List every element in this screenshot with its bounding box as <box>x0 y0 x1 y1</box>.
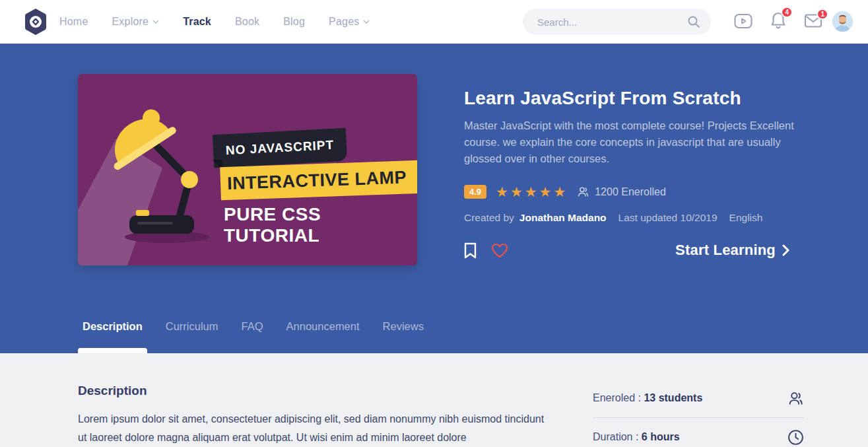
nav-label: Blog <box>283 16 305 28</box>
rating-row: 4.9 ★★★★★ 1200 Enerolled <box>464 185 666 199</box>
last-updated: Last updated 10/2019 <box>618 212 718 224</box>
chevron-down-icon <box>363 20 370 24</box>
main-nav: Home Explore Track Book Blog Pages <box>59 0 370 44</box>
duration-value: 6 hours <box>642 431 680 442</box>
tab-faq[interactable]: FAQ <box>237 319 268 353</box>
nav-label: Book <box>235 16 259 28</box>
start-learning-label: Start Learning <box>675 242 776 259</box>
nav-label: Home <box>59 16 88 28</box>
nav-item-explore[interactable]: Explore <box>112 16 159 28</box>
section-heading: Description <box>78 384 147 398</box>
search-input[interactable] <box>523 17 687 28</box>
tab-label: Curriculum <box>166 319 218 333</box>
tab-reviews[interactable]: Reviews <box>378 319 428 353</box>
author-link[interactable]: Jonathan Madano <box>519 212 607 224</box>
nav-item-book[interactable]: Book <box>235 16 259 28</box>
tab-label: Reviews <box>383 319 424 333</box>
search-icon[interactable] <box>687 15 700 28</box>
course-title: Learn JavaScript From Scratch <box>464 88 741 109</box>
course-info-panel: Eneroled : 13 students Duration : 6 hour… <box>593 385 804 447</box>
thumbnail-banner-bottom: PURE CSS TUTORIAL <box>224 204 417 246</box>
course-description: Master JavaScript with the most complete… <box>464 118 797 167</box>
chevron-right-icon <box>782 244 789 256</box>
notifications-count-badge: 4 <box>781 7 793 18</box>
nav-item-home[interactable]: Home <box>59 16 88 28</box>
nav-item-pages[interactable]: Pages <box>329 16 370 28</box>
description-section: Description Lorem ipsum dolor sit amet, … <box>0 353 868 447</box>
notifications-bell-icon[interactable]: 4 <box>770 11 787 30</box>
tab-curriculum[interactable]: Curriculum <box>161 319 223 353</box>
top-navbar: Home Explore Track Book Blog Pages <box>0 0 868 44</box>
nav-item-blog[interactable]: Blog <box>283 16 305 28</box>
chevron-down-icon <box>152 20 159 24</box>
nav-item-track[interactable]: Track <box>183 16 211 28</box>
thumbnail-banner-middle: INTERACTIVE LAMP <box>220 160 417 201</box>
video-library-icon[interactable] <box>734 13 752 29</box>
description-paragraph: Lorem ipsum dolor sit amet, consectetuer… <box>78 410 552 446</box>
nav-label: Explore <box>112 16 149 28</box>
divider <box>593 417 804 418</box>
course-actions: Start Learning <box>464 242 789 259</box>
course-language: English <box>729 212 763 224</box>
tab-label: FAQ <box>242 319 263 333</box>
thumbnail-banner-top: NO JAVASCRIPT <box>213 128 347 168</box>
enrolled-label: Eneroled : <box>593 392 644 403</box>
course-thumbnail: NO JAVASCRIPT INTERACTIVE LAMP PURE CSS … <box>78 74 417 265</box>
messages-mail-icon[interactable]: 1 <box>804 13 822 28</box>
duration-info: Duration : 6 hours <box>593 431 680 443</box>
enrolled-text: 1200 Enerolled <box>595 186 666 198</box>
duration-label: Duration : <box>593 431 642 442</box>
enrolled-info: Eneroled : 13 students <box>593 392 702 404</box>
rating-badge: 4.9 <box>464 185 486 199</box>
tab-announcement[interactable]: Announcement <box>282 319 364 353</box>
users-icon <box>787 390 804 407</box>
course-meta-row: Created by Jonathan Madano Last updated … <box>464 212 762 224</box>
tab-description[interactable]: Description <box>78 319 147 353</box>
users-icon <box>577 186 589 198</box>
nav-label: Track <box>183 16 211 28</box>
heart-icon[interactable] <box>491 243 508 258</box>
tab-label: Announcement <box>286 319 360 333</box>
brand-logo-icon[interactable] <box>23 8 48 36</box>
nav-label: Pages <box>329 16 359 28</box>
enrolled-count: 1200 Enerolled <box>577 186 666 198</box>
start-learning-button[interactable]: Start Learning <box>675 242 789 259</box>
enrolled-value: 13 students <box>644 392 702 403</box>
user-avatar[interactable] <box>832 11 853 32</box>
info-row-duration: Duration : 6 hours <box>593 424 804 447</box>
save-icons <box>464 242 508 259</box>
star-rating-icons: ★★★★★ <box>496 185 568 199</box>
tab-label: Description <box>83 319 143 333</box>
created-by-label: Created by <box>464 212 514 224</box>
info-row-enrolled: Eneroled : 13 students <box>593 385 804 411</box>
search-bar <box>523 9 711 35</box>
bookmark-icon[interactable] <box>464 242 477 259</box>
course-tabs: Description Curriculum FAQ Announcement … <box>78 319 428 353</box>
course-hero: NO JAVASCRIPT INTERACTIVE LAMP PURE CSS … <box>0 44 868 353</box>
clock-icon <box>787 429 804 446</box>
messages-count-badge: 1 <box>817 9 828 20</box>
